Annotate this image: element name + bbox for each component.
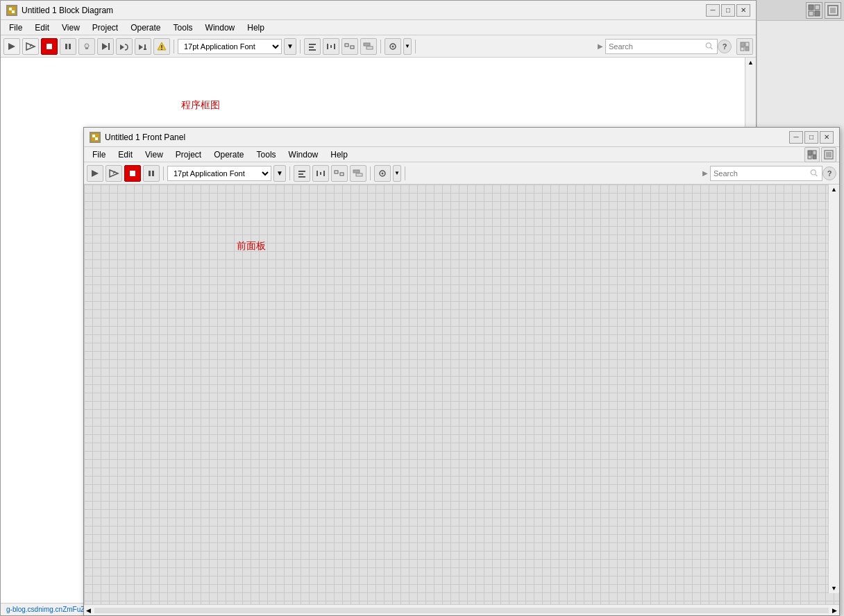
fp-search-input[interactable] <box>714 169 810 178</box>
resize-button[interactable] <box>341 38 358 55</box>
run-button[interactable] <box>3 38 20 55</box>
minimize-button[interactable]: ─ <box>706 4 720 17</box>
app-icon <box>6 5 17 16</box>
svg-rect-65 <box>335 171 338 173</box>
front-panel-title: Untitled 1 Front Panel <box>105 132 185 142</box>
fp-align-button[interactable] <box>294 165 310 182</box>
scroll-up-btn[interactable]: ▲ <box>745 58 756 66</box>
svg-rect-60 <box>298 173 303 175</box>
svg-rect-18 <box>161 45 162 48</box>
menu-window[interactable]: Window <box>200 22 241 34</box>
fp-font-selector[interactable]: 17pt Application Font <box>167 166 271 181</box>
step-over-button[interactable] <box>116 38 133 55</box>
maximize-button[interactable]: □ <box>721 4 735 17</box>
fp-panel-icon-2[interactable] <box>821 147 836 162</box>
fp-menu-help[interactable]: Help <box>325 148 353 161</box>
fp-menu-window[interactable]: Window <box>283 148 324 161</box>
fp-sep-1 <box>163 166 164 180</box>
search-input[interactable] <box>609 42 705 51</box>
svg-rect-16 <box>144 49 146 50</box>
menu-help[interactable]: Help <box>242 22 270 34</box>
highlight-button[interactable] <box>78 38 95 55</box>
menu-operate[interactable]: Operate <box>125 22 166 34</box>
distribute-button[interactable] <box>323 38 339 55</box>
fp-pause-button[interactable] <box>143 165 160 182</box>
block-diagram-label: 程序框图 <box>181 99 220 112</box>
fp-font-dropdown-btn[interactable]: ▼ <box>273 165 286 182</box>
fp-run-button[interactable] <box>87 165 103 182</box>
fp-vscrollbar[interactable]: ▲ ▼ <box>828 185 839 593</box>
fp-menu-edit[interactable]: Edit <box>112 148 138 161</box>
search-container <box>605 39 718 54</box>
svg-rect-67 <box>353 170 360 173</box>
abort-button[interactable] <box>41 38 58 55</box>
fp-distribute-button[interactable] <box>312 165 329 182</box>
env-dropdown-btn[interactable]: ▼ <box>403 38 412 55</box>
step-out-button[interactable] <box>135 38 151 55</box>
fp-sep-2 <box>289 166 290 180</box>
fp-close-button[interactable]: ✕ <box>820 131 834 144</box>
palette-icon-1[interactable] <box>806 2 822 19</box>
fp-env-button[interactable] <box>374 165 391 182</box>
svg-rect-15 <box>144 44 146 49</box>
svg-rect-59 <box>298 171 305 172</box>
menu-tools[interactable]: Tools <box>168 22 199 34</box>
menu-view[interactable]: View <box>56 22 85 34</box>
reorder-button[interactable] <box>360 38 377 55</box>
panel-view-btn[interactable] <box>736 38 753 55</box>
fp-scroll-right[interactable]: ▶ <box>830 607 839 614</box>
fp-sep-4 <box>405 166 405 180</box>
svg-rect-23 <box>327 44 328 49</box>
menu-edit[interactable]: Edit <box>29 22 55 34</box>
svg-rect-64 <box>320 172 321 175</box>
fp-menu-tools[interactable]: Tools <box>251 148 282 161</box>
env-button[interactable] <box>385 38 401 55</box>
warn-button[interactable] <box>153 38 170 55</box>
titlebar-left: Untitled 1 Block Diagram <box>6 5 113 16</box>
fp-stop-button[interactable] <box>124 165 141 182</box>
fp-maximize-button[interactable]: □ <box>804 131 818 144</box>
fp-minimize-button[interactable]: ─ <box>789 131 803 144</box>
front-panel-menubar: File Edit View Project Operate Tools Win… <box>84 147 839 162</box>
front-panel-canvas[interactable]: 前面板 ▲ ▼ <box>84 185 839 604</box>
svg-rect-47 <box>808 151 812 155</box>
svg-rect-1 <box>9 8 12 10</box>
url-text: g-blog.csdnimg.cn <box>6 606 62 613</box>
fp-scroll-down[interactable]: ▼ <box>829 585 839 592</box>
fp-resize-button[interactable] <box>331 165 348 182</box>
svg-marker-11 <box>102 43 108 50</box>
fp-hscrollbar[interactable]: ◀ ▶ <box>84 604 839 615</box>
svg-rect-7 <box>65 44 67 49</box>
fp-hscroll-track[interactable] <box>94 608 829 613</box>
fp-menu-view[interactable]: View <box>140 148 169 161</box>
fp-help-button[interactable]: ? <box>822 166 836 180</box>
svg-rect-19 <box>161 49 162 50</box>
menu-project[interactable]: Project <box>87 22 124 34</box>
fp-menu-operate[interactable]: Operate <box>208 148 249 161</box>
menu-file[interactable]: File <box>3 22 28 34</box>
pause-button[interactable] <box>60 38 76 55</box>
palette-icon-2[interactable] <box>825 2 841 19</box>
svg-rect-36 <box>741 47 744 51</box>
fp-reorder-button[interactable] <box>350 165 366 182</box>
svg-rect-57 <box>149 171 151 176</box>
align-button[interactable] <box>304 38 321 55</box>
fp-menu-project[interactable]: Project <box>170 148 207 161</box>
svg-rect-45 <box>92 135 95 137</box>
font-dropdown-btn[interactable]: ▼ <box>284 38 296 55</box>
fp-menu-file[interactable]: File <box>87 148 111 161</box>
fp-panel-icon-1[interactable] <box>804 147 820 162</box>
broken-run-button[interactable] <box>22 38 39 55</box>
separator-2 <box>300 40 301 53</box>
fp-scroll-up[interactable]: ▲ <box>829 185 839 193</box>
svg-rect-38 <box>809 5 813 10</box>
font-selector[interactable]: 17pt Application Font <box>178 39 282 54</box>
step-into-button[interactable] <box>97 38 114 55</box>
svg-rect-58 <box>152 171 154 176</box>
fp-env-dropdown-btn[interactable]: ▼ <box>393 165 401 182</box>
help-button[interactable]: ? <box>718 40 732 53</box>
close-button[interactable]: ✕ <box>736 4 750 17</box>
fp-scroll-left[interactable]: ◀ <box>84 607 93 614</box>
fp-broken-run-button[interactable] <box>106 165 122 182</box>
fp-app-icon <box>90 132 101 143</box>
